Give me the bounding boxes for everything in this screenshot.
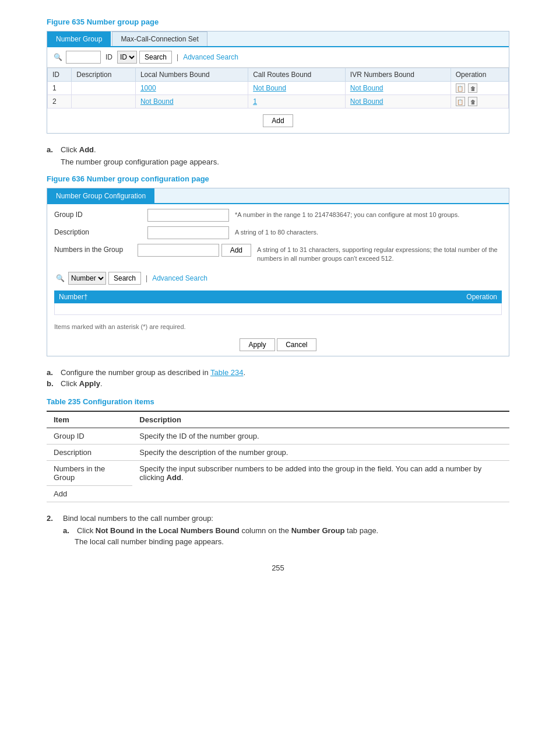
instruction-a1: a. Click Add. — [47, 145, 509, 154]
local-bound-link2[interactable]: Not Bound — [140, 97, 174, 106]
step2-section: 2. Bind local numbers to the call number… — [47, 514, 509, 546]
col-header-ivr: IVR Numbers Bound — [345, 68, 451, 82]
cell-op: 📋 🗑 — [451, 82, 508, 95]
step-b2-content: Click Apply. — [61, 379, 509, 388]
cell-id: 1 — [48, 82, 72, 95]
doc-col-desc: Description — [132, 411, 509, 428]
figure636-ui-box: Number Group Configuration Group ID *A n… — [47, 188, 509, 356]
numbers-add-button[interactable]: Add — [221, 244, 251, 257]
desc-hint: A string of 1 to 80 characters. — [235, 226, 318, 237]
numbers-group-row: Numbers in the Group Add A string of 1 t… — [54, 244, 502, 264]
numbers-input-group: Add — [138, 244, 251, 257]
table235-title: Table 235 Configuration items — [47, 397, 509, 406]
tab-number-group-config[interactable]: Number Group Configuration — [47, 188, 154, 203]
step2-number: 2. — [47, 514, 58, 546]
numbers-label: Numbers in the Group — [54, 244, 138, 254]
cell-desc — [72, 82, 136, 95]
advanced-search-link[interactable]: Advanced Search — [183, 53, 238, 61]
instruction-a2: a. Configure the number group as describ… — [47, 368, 509, 377]
call-routes-link2[interactable]: 1 — [253, 97, 257, 106]
tab-max-call-connection[interactable]: Max-Call-Connection Set — [112, 32, 207, 46]
group-id-hint: *A number in the range 1 to 2147483647; … — [235, 209, 459, 219]
config-search-select[interactable]: Number — [68, 272, 106, 285]
step2a-content: Click Not Bound in the Local Numbers Bou… — [77, 526, 378, 535]
doc-desc-desc: Specify the description of the number gr… — [132, 444, 509, 460]
tab-number-group[interactable]: Number Group — [47, 32, 111, 46]
figure635-table: ID Description Local Numbers Bound Call … — [47, 68, 509, 108]
cancel-button[interactable]: Cancel — [277, 338, 316, 351]
step2a: a. Click Not Bound in the Local Numbers … — [63, 526, 509, 535]
col-header-id: ID — [48, 68, 72, 82]
col-header-call-routes: Call Routes Bound — [248, 68, 346, 82]
call-routes-link[interactable]: Not Bound — [253, 84, 286, 92]
instruction-b2: b. Click Apply. — [47, 379, 509, 388]
doc-item-numbers: Numbers in the Group — [47, 460, 132, 485]
apply-bold: Apply — [79, 379, 100, 388]
cell-ivr: Not Bound — [345, 82, 451, 95]
step-b2-label: b. — [47, 379, 56, 388]
delete-icon2[interactable]: 🗑 — [468, 97, 477, 106]
doc-row-desc: Description Specify the description of t… — [47, 444, 509, 460]
cell-ivr: Not Bound — [345, 95, 451, 108]
search-input[interactable] — [66, 51, 101, 64]
search-button[interactable]: Search — [139, 51, 172, 64]
figure635-search-bar: 🔍 ID ID Search | Advanced Search — [47, 47, 509, 68]
page-number: 255 — [47, 564, 509, 572]
config-table-header: Number† Operation — [54, 290, 502, 303]
add-bold2: Add — [167, 473, 181, 482]
local-bound-link[interactable]: 1000 — [140, 84, 156, 92]
numbers-input[interactable] — [138, 244, 219, 257]
copy-icon2[interactable]: 📋 — [456, 97, 465, 106]
add-button-row: Add — [47, 108, 509, 133]
doc-desc-numbers: Specify the input subscriber numbers to … — [132, 460, 509, 502]
number-group-bold: Number Group — [291, 526, 345, 535]
ivr-link[interactable]: Not Bound — [350, 84, 383, 92]
cell-call-routes: Not Bound — [248, 82, 346, 95]
col-header-local: Local Numbers Bound — [135, 68, 248, 82]
description-row: Description A string of 1 to 80 characte… — [54, 226, 502, 239]
cell-desc — [72, 95, 136, 108]
step-a1-label: a. — [47, 145, 56, 154]
config-col-op: Operation — [466, 293, 497, 301]
id-label: ID — [105, 53, 112, 61]
table234-link[interactable]: Table 234 — [210, 368, 243, 377]
figure635-section: Figure 635 Number group page Number Grou… — [47, 18, 509, 134]
figure635-ui-box: Number Group Max-Call-Connection Set 🔍 I… — [47, 31, 509, 134]
apply-row: Apply Cancel — [47, 334, 509, 356]
required-note: Items marked with an asterisk (*) are re… — [47, 320, 509, 334]
doc-row-group-id: Group ID Specify the ID of the number gr… — [47, 428, 509, 444]
step2a-label: a. — [63, 526, 72, 535]
cell-id: 2 — [48, 95, 72, 108]
id-select[interactable]: ID — [117, 51, 137, 64]
doc-desc-group-id: Specify the ID of the number group. — [132, 428, 509, 444]
cell-local-bound: 1000 — [135, 82, 248, 95]
doc-item-add: Add — [47, 485, 132, 502]
figure636-tab-bar: Number Group Configuration — [47, 188, 509, 204]
cell-op: 📋 🗑 — [451, 95, 508, 108]
config-form: Group ID *A number in the range 1 to 214… — [47, 204, 509, 320]
delete-icon[interactable]: 🗑 — [468, 83, 477, 93]
table-row: 1 1000 Not Bound Not Bound 📋 🗑 — [48, 82, 509, 95]
step2-content: Bind local numbers to the call number gr… — [63, 514, 509, 546]
add-bold: Add — [79, 145, 94, 154]
doc-col-item: Item — [47, 411, 132, 428]
config-adv-search-link[interactable]: Advanced Search — [152, 274, 207, 282]
ivr-link2[interactable]: Not Bound — [350, 97, 383, 106]
not-bound-bold: Not Bound in the Local Numbers Bound — [96, 526, 240, 535]
desc-input[interactable] — [147, 226, 229, 239]
config-search-icon: 🔍 — [54, 272, 66, 284]
apply-button[interactable]: Apply — [240, 338, 275, 351]
cell-local-bound: Not Bound — [135, 95, 248, 108]
config-table-body — [54, 303, 502, 315]
group-id-row: Group ID *A number in the range 1 to 214… — [54, 209, 502, 222]
group-id-label: Group ID — [54, 209, 147, 219]
add-button[interactable]: Add — [263, 114, 293, 127]
config-search-button[interactable]: Search — [108, 272, 141, 285]
config-col-number: Number† — [59, 293, 87, 301]
cell-call-routes: 1 — [248, 95, 346, 108]
table235-section: Table 235 Configuration items Item Descr… — [47, 397, 509, 502]
copy-icon[interactable]: 📋 — [456, 83, 465, 93]
desc-label: Description — [54, 226, 147, 236]
group-id-input[interactable] — [147, 209, 229, 222]
figure635-title: Figure 635 Number group page — [47, 18, 509, 26]
